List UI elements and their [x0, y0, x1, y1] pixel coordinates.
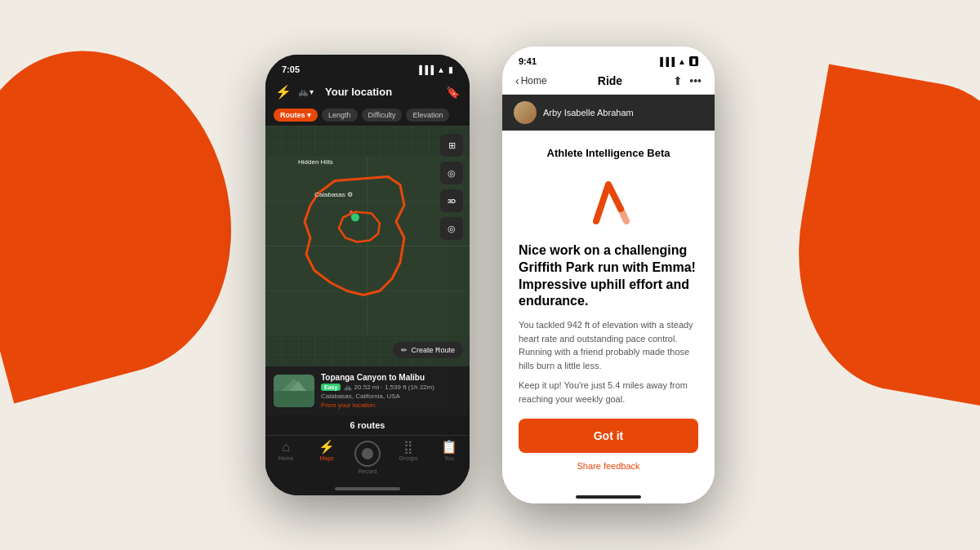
map-view[interactable]: 📍 Hidden Hills Calabasas ⚙ ⊞ ◎ 3D ◎ — [265, 126, 470, 366]
length-filter[interactable]: Length — [322, 109, 358, 122]
wifi-icon: ▲ — [437, 65, 445, 74]
ai-modal: Athlete Intelligence Beta Nice work on a… — [502, 131, 715, 490]
record-dot — [362, 448, 373, 459]
phone-routes: 7:05 ▐▐▐ ▲ ▮ ⚡ 🚲 ▾ Your location 🔖 — [265, 55, 470, 495]
route-name: Topanga Canyon to Malibu — [321, 373, 461, 382]
athlete-header: Arby Isabelle Abraham — [502, 95, 715, 131]
strava-a-logo — [584, 172, 633, 229]
status-bar-1: 7:05 ▐▐▐ ▲ ▮ — [265, 55, 470, 79]
battery-icon-2: ▮ — [689, 56, 698, 66]
route-svg: 📍 — [265, 126, 470, 366]
nav-bar-1: ⚡ 🚲 ▾ Your location 🔖 — [265, 79, 470, 104]
athlete-name: Arby Isabelle Abraham — [543, 108, 634, 118]
phone-ai: 9:41 ▐▐▐ ▲ ▮ ‹ Home Ride ⬆ ••• — [502, 47, 715, 503]
my-location-button[interactable]: ◎ — [440, 217, 463, 240]
ai-body1: You tackled 942 ft of elevation with a s… — [519, 318, 698, 372]
difficulty-filter[interactable]: Difficulty — [362, 109, 403, 122]
profile-icon: 📋 — [441, 441, 457, 454]
athlete-avatar — [514, 101, 537, 124]
svg-text:📍: 📍 — [347, 210, 355, 218]
routes-filter[interactable]: Routes ▾ — [274, 109, 318, 122]
from-location: From your location — [321, 401, 461, 409]
location-title: Your location — [325, 86, 439, 98]
signal-icon-2: ▐▐▐ — [657, 57, 675, 66]
route-stats: 🚲 20.52 mi · 1,539 ft (1h 22m) — [344, 384, 434, 391]
bottom-nav-1: ⌂ Home ⚡ Maps Record ⣿ Groups — [265, 435, 470, 482]
route-card[interactable]: Topanga Canyon to Malibu Easy 🚲 20.52 mi… — [265, 366, 470, 415]
record-circle — [354, 441, 381, 467]
nav-bar-2: ‹ Home Ride ⬆ ••• — [502, 71, 715, 95]
strava-logo-icon: ⚡ — [275, 84, 292, 100]
share-feedback-link[interactable]: Share feedback — [519, 461, 698, 471]
route-location: Calabasas, California, USA — [321, 393, 461, 400]
decoration-swoosh-left — [0, 20, 266, 403]
nav-you[interactable]: 📋 You — [429, 441, 470, 474]
status-icons-2: ▐▐▐ ▲ ▮ — [657, 56, 698, 66]
svg-rect-8 — [274, 391, 314, 407]
mode-icon: 🚲 — [298, 87, 308, 96]
map-controls: ⊞ ◎ 3D ◎ — [440, 134, 463, 240]
phones-container: 7:05 ▐▐▐ ▲ ▮ ⚡ 🚲 ▾ Your location 🔖 — [265, 47, 715, 503]
nav-groups[interactable]: ⣿ Groups — [388, 441, 429, 474]
pencil-icon: ✏ — [401, 346, 408, 354]
more-icon[interactable]: ••• — [689, 74, 702, 87]
3d-button[interactable]: 3D — [440, 189, 463, 212]
modal-title: Athlete Intelligence Beta — [519, 147, 698, 159]
strava-logo-ai — [519, 172, 698, 229]
time-2: 9:41 — [519, 56, 537, 66]
nav-record[interactable]: Record — [347, 441, 388, 474]
status-bar-2: 9:41 ▐▐▐ ▲ ▮ — [502, 47, 715, 71]
mode-dropdown[interactable]: 🚲 ▾ — [298, 87, 314, 96]
ai-heading: Nice work on a challenging Griffith Park… — [519, 242, 698, 310]
wifi-icon-2: ▲ — [678, 57, 686, 66]
route-meta: Easy 🚲 20.52 mi · 1,539 ft (1h 22m) — [321, 384, 461, 391]
calabasas-label: Calabasas ⚙ — [314, 191, 353, 198]
groups-icon: ⣿ — [403, 441, 413, 454]
decoration-swoosh-right — [775, 64, 980, 410]
status-icons-1: ▐▐▐ ▲ ▮ — [416, 65, 453, 74]
maps-icon: ⚡ — [318, 441, 335, 454]
home-indicator-1 — [265, 482, 470, 495]
difficulty-badge: Easy — [321, 384, 341, 391]
create-route-button[interactable]: ✏ Create Route — [393, 342, 463, 358]
home-indicator-2 — [502, 490, 715, 503]
routes-count: 6 routes — [265, 415, 470, 435]
home-bar-1 — [335, 487, 400, 490]
nav-home[interactable]: ⌂ Home — [265, 441, 306, 474]
battery-icon: ▮ — [448, 65, 453, 74]
home-icon: ⌂ — [282, 441, 290, 454]
time-1: 7:05 — [282, 64, 300, 74]
filter-bar: Routes ▾ Length Difficulty Elevation — [265, 104, 470, 126]
home-bar-2 — [576, 495, 641, 499]
compass-button[interactable]: ◎ — [440, 162, 463, 184]
route-thumbnail — [274, 375, 314, 407]
back-button[interactable]: ‹ Home — [515, 74, 547, 87]
ai-body2: Keep it up! You're just 5.4 miles away f… — [519, 379, 698, 406]
share-icon[interactable]: ⬆ — [673, 74, 683, 87]
hidden-hills-label: Hidden Hills — [298, 158, 333, 166]
signal-icon: ▐▐▐ — [416, 65, 434, 74]
route-details: Topanga Canyon to Malibu Easy 🚲 20.52 mi… — [321, 373, 461, 409]
layers-button[interactable]: ⊞ — [440, 134, 463, 157]
nav-actions: ⬆ ••• — [673, 74, 702, 87]
back-arrow-icon: ‹ — [515, 74, 519, 87]
nav-ride-title: Ride — [547, 74, 674, 87]
got-it-button[interactable]: Got it — [519, 419, 698, 453]
bookmark-icon[interactable]: 🔖 — [446, 86, 460, 99]
elevation-filter[interactable]: Elevation — [406, 109, 449, 122]
nav-maps[interactable]: ⚡ Maps — [306, 441, 347, 474]
dropdown-arrow-icon: ▾ — [310, 87, 314, 96]
